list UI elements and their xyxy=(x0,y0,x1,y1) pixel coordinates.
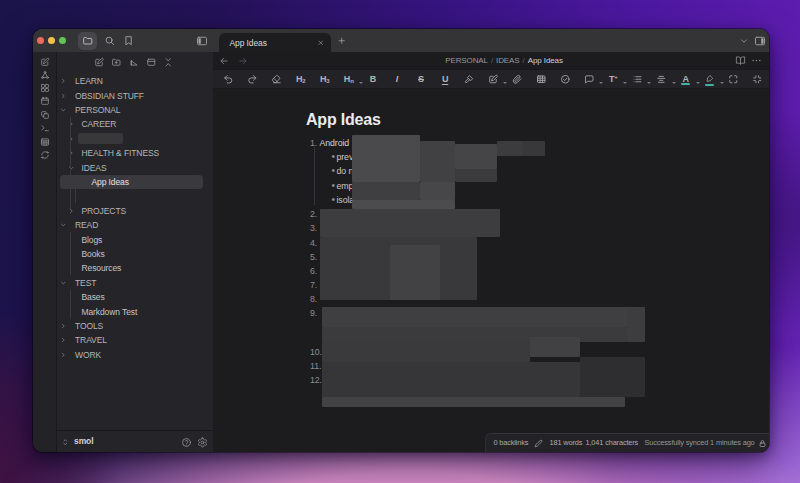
tree-label: LEARN xyxy=(75,76,103,86)
tree-label: App Ideas xyxy=(92,177,129,187)
panel-right-toggle-button[interactable] xyxy=(750,32,769,50)
fullscreen-icon[interactable] xyxy=(725,70,743,88)
eraser-icon[interactable] xyxy=(268,70,286,88)
minimize-button[interactable] xyxy=(48,37,55,44)
table-icon[interactable] xyxy=(532,70,550,88)
list-icon[interactable] xyxy=(628,70,646,88)
comment-icon[interactable] xyxy=(580,70,598,88)
tree-folder-test[interactable]: TEST xyxy=(57,276,214,290)
list-text-fragment: Android xyxy=(320,136,350,150)
new-tab-button[interactable] xyxy=(332,32,351,50)
tree-file-app-ideas[interactable]: App Ideas xyxy=(57,175,214,189)
text-size-button[interactable]: T+ xyxy=(604,70,622,88)
chevron-right-icon xyxy=(60,323,67,330)
bold-button[interactable]: B xyxy=(364,70,382,88)
zoom-button[interactable] xyxy=(59,37,66,44)
redacted-text-block xyxy=(322,342,530,362)
chevron-down-icon xyxy=(60,280,67,287)
redo-icon[interactable] xyxy=(244,70,262,88)
strikethrough-button[interactable]: S xyxy=(412,70,430,88)
font-color-button[interactable]: A xyxy=(677,70,695,88)
editor[interactable]: App Ideas 1.Android•prev•do n•emp•isola2… xyxy=(213,89,769,452)
chevron-right-icon xyxy=(68,208,75,215)
tree-file-books[interactable]: Books xyxy=(57,247,214,261)
redacted-text-block xyxy=(523,141,545,156)
underline-button[interactable]: U xyxy=(436,70,454,88)
new-note-button[interactable] xyxy=(94,57,105,68)
task-icon[interactable] xyxy=(556,70,574,88)
breadcrumb-segment[interactable]: PERSONAL xyxy=(445,56,488,65)
search-icon[interactable] xyxy=(101,32,120,50)
list-text-fragment: prev xyxy=(337,150,354,164)
tree-file-redacted[interactable] xyxy=(57,189,214,203)
sync-icon[interactable] xyxy=(33,150,57,160)
tree-folder-redacted[interactable] xyxy=(57,132,214,146)
reading-view-icon[interactable] xyxy=(735,55,746,66)
vault-switcher-icon[interactable] xyxy=(61,438,70,447)
indent-guide xyxy=(70,117,71,209)
more-options-icon[interactable] xyxy=(751,55,762,66)
glyph-label: I xyxy=(396,75,398,84)
indent-guide xyxy=(70,290,71,318)
bookmarks-icon[interactable] xyxy=(119,32,138,50)
base-icon[interactable] xyxy=(33,137,57,147)
redacted-text-block xyxy=(352,135,420,182)
heading-2-button[interactable]: H2 xyxy=(292,70,310,88)
heading-3-button[interactable]: H3 xyxy=(316,70,334,88)
templates-icon[interactable] xyxy=(33,110,57,120)
tree-folder-work[interactable]: WORK xyxy=(57,348,214,362)
tree-folder-projects[interactable]: PROJECTS xyxy=(57,204,214,218)
character-count: 1,041 characters xyxy=(586,434,639,452)
tree-file-bases[interactable]: Bases xyxy=(57,290,214,304)
tree-folder-personal[interactable]: PERSONAL xyxy=(57,103,214,117)
indent-icon[interactable] xyxy=(653,70,671,88)
tree-folder-travel[interactable]: TRAVEL xyxy=(57,333,214,347)
tree-label: HEALTH & FITNESS xyxy=(82,148,160,158)
help-icon[interactable] xyxy=(181,437,192,448)
canvas-icon[interactable] xyxy=(33,83,57,93)
sort-order-button[interactable] xyxy=(129,57,140,68)
tree-folder-career[interactable]: CAREER xyxy=(57,117,214,131)
chevron-right-icon xyxy=(60,92,67,99)
graph-view-icon[interactable] xyxy=(33,70,57,80)
exit-fullscreen-icon[interactable] xyxy=(749,70,767,88)
vault-name[interactable]: smol xyxy=(74,436,93,446)
tree-folder-tools[interactable]: TOOLS xyxy=(57,319,214,333)
tree-file-markdown-test[interactable]: Markdown Test xyxy=(57,304,214,318)
titlebar: App Ideas xyxy=(33,29,769,52)
new-note-icon[interactable] xyxy=(33,57,57,67)
breadcrumb-segment[interactable]: App Ideas xyxy=(528,56,563,65)
highlighter-icon[interactable] xyxy=(460,70,478,88)
dropdown-arrow xyxy=(599,82,603,84)
settings-icon[interactable] xyxy=(197,437,208,448)
undo-icon[interactable] xyxy=(220,70,238,88)
tree-folder-learn[interactable]: LEARN xyxy=(57,74,214,88)
tree-folder-health-fitness[interactable]: HEALTH & FITNESS xyxy=(57,146,214,160)
panel-left-toggle-button[interactable] xyxy=(193,32,212,50)
heading-n-button[interactable]: Hn xyxy=(340,70,358,88)
new-folder-button[interactable] xyxy=(111,57,122,68)
tree-folder-obsidian-stuff[interactable]: OBSIDIAN STUFF xyxy=(57,88,214,102)
italic-button[interactable]: I xyxy=(388,70,406,88)
background-color-icon[interactable] xyxy=(701,70,719,88)
redacted-text-block xyxy=(455,169,497,182)
attachment-icon[interactable] xyxy=(508,70,526,88)
auto-reveal-button[interactable] xyxy=(146,57,157,68)
command-palette-icon[interactable] xyxy=(33,123,57,133)
tab-app-ideas[interactable]: App Ideas xyxy=(219,33,331,52)
tree-folder-read[interactable]: READ xyxy=(57,218,214,232)
insert-callout-icon[interactable] xyxy=(484,70,502,88)
collapse-all-button[interactable] xyxy=(163,57,174,68)
close-button[interactable] xyxy=(37,37,44,44)
breadcrumb-separator: / xyxy=(488,56,496,65)
list-number: 11. xyxy=(310,359,321,373)
tree-file-blogs[interactable]: Blogs xyxy=(57,232,214,246)
files-icon[interactable] xyxy=(78,32,97,50)
breadcrumb-segment[interactable]: IDEAS xyxy=(496,56,520,65)
daily-note-icon[interactable] xyxy=(33,96,57,106)
tree-folder-ideas[interactable]: IDEAS xyxy=(57,160,214,174)
tab-close-icon[interactable] xyxy=(317,39,325,47)
backlinks-count: 0 backlinks xyxy=(494,434,529,452)
tree-file-resources[interactable]: Resources xyxy=(57,261,214,275)
indent-guide xyxy=(70,232,71,275)
